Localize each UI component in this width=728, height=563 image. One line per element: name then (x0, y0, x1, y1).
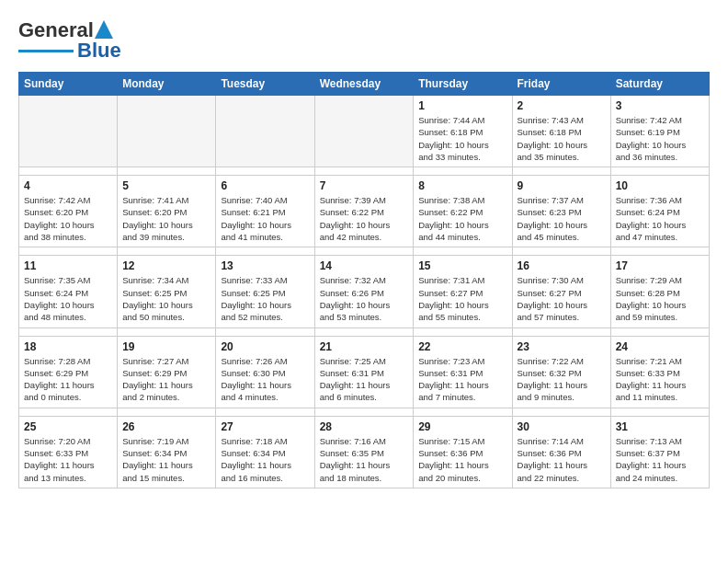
day-number: 8 (418, 179, 506, 192)
day-info: Sunrise: 7:40 AM Sunset: 6:21 PM Dayligh… (221, 194, 309, 243)
row-divider-cell (314, 408, 414, 416)
calendar-cell (19, 96, 118, 167)
row-divider-cell (19, 327, 118, 336)
calendar-cell: 12Sunrise: 7:34 AM Sunset: 6:25 PM Dayli… (118, 256, 216, 327)
day-number: 23 (518, 340, 606, 353)
day-info: Sunrise: 7:19 AM Sunset: 6:34 PM Dayligh… (122, 435, 210, 484)
day-number: 4 (24, 179, 112, 192)
day-info: Sunrise: 7:39 AM Sunset: 6:22 PM Dayligh… (320, 194, 409, 243)
day-number: 12 (122, 259, 210, 272)
day-number: 14 (320, 259, 409, 272)
calendar-cell: 10Sunrise: 7:36 AM Sunset: 6:24 PM Dayli… (610, 176, 709, 247)
calendar-cell: 17Sunrise: 7:29 AM Sunset: 6:28 PM Dayli… (610, 256, 709, 327)
day-info: Sunrise: 7:20 AM Sunset: 6:33 PM Dayligh… (24, 435, 112, 484)
calendar-cell: 22Sunrise: 7:23 AM Sunset: 6:31 PM Dayli… (414, 336, 512, 408)
day-number: 5 (122, 179, 210, 192)
calendar-cell (314, 96, 414, 167)
day-number: 6 (221, 179, 309, 192)
day-number: 21 (320, 340, 409, 353)
day-number: 11 (24, 259, 112, 272)
calendar-cell: 24Sunrise: 7:21 AM Sunset: 6:33 PM Dayli… (610, 336, 709, 408)
day-info: Sunrise: 7:14 AM Sunset: 6:36 PM Dayligh… (518, 435, 606, 484)
calendar-cell: 15Sunrise: 7:31 AM Sunset: 6:27 PM Dayli… (414, 256, 512, 327)
day-number: 15 (418, 259, 506, 272)
day-info: Sunrise: 7:26 AM Sunset: 6:30 PM Dayligh… (221, 355, 309, 404)
row-divider-cell (118, 327, 216, 336)
calendar-cell: 5Sunrise: 7:41 AM Sunset: 6:20 PM Daylig… (118, 176, 216, 247)
row-divider-cell (118, 247, 216, 256)
day-info: Sunrise: 7:16 AM Sunset: 6:35 PM Dayligh… (320, 435, 409, 484)
calendar-cell: 1Sunrise: 7:44 AM Sunset: 6:18 PM Daylig… (414, 96, 512, 167)
day-number: 17 (616, 259, 704, 272)
day-info: Sunrise: 7:18 AM Sunset: 6:34 PM Dayligh… (221, 435, 309, 484)
calendar-cell: 30Sunrise: 7:14 AM Sunset: 6:36 PM Dayli… (512, 416, 610, 488)
day-info: Sunrise: 7:32 AM Sunset: 6:26 PM Dayligh… (320, 274, 409, 323)
row-divider-cell (118, 167, 216, 176)
day-number: 30 (518, 420, 606, 433)
row-divider-cell (414, 247, 512, 256)
logo-blue: Blue (77, 39, 121, 63)
day-info: Sunrise: 7:25 AM Sunset: 6:31 PM Dayligh… (320, 355, 409, 404)
day-info: Sunrise: 7:44 AM Sunset: 6:18 PM Dayligh… (418, 114, 506, 163)
calendar-header-tuesday: Tuesday (216, 73, 314, 96)
day-info: Sunrise: 7:30 AM Sunset: 6:27 PM Dayligh… (518, 274, 606, 323)
calendar-header-thursday: Thursday (414, 73, 512, 96)
day-number: 28 (320, 420, 409, 433)
day-info: Sunrise: 7:42 AM Sunset: 6:20 PM Dayligh… (24, 194, 112, 243)
calendar-cell: 19Sunrise: 7:27 AM Sunset: 6:29 PM Dayli… (118, 336, 216, 408)
calendar-cell: 29Sunrise: 7:15 AM Sunset: 6:36 PM Dayli… (414, 416, 512, 488)
day-number: 31 (616, 420, 704, 433)
day-number: 1 (418, 99, 506, 112)
page: General Blue SundayMondayTuesdayWednesda… (0, 0, 728, 498)
calendar-cell (216, 96, 314, 167)
day-info: Sunrise: 7:15 AM Sunset: 6:36 PM Dayligh… (418, 435, 506, 484)
row-divider-cell (314, 247, 414, 256)
day-info: Sunrise: 7:22 AM Sunset: 6:32 PM Dayligh… (518, 355, 606, 404)
row-divider-cell (19, 167, 118, 176)
calendar-cell (118, 96, 216, 167)
calendar-cell: 6Sunrise: 7:40 AM Sunset: 6:21 PM Daylig… (216, 176, 314, 247)
row-divider-cell (314, 167, 414, 176)
calendar-cell: 2Sunrise: 7:43 AM Sunset: 6:18 PM Daylig… (512, 96, 610, 167)
row-divider-cell (216, 327, 314, 336)
day-info: Sunrise: 7:35 AM Sunset: 6:24 PM Dayligh… (24, 274, 112, 323)
row-divider-cell (512, 167, 610, 176)
day-info: Sunrise: 7:13 AM Sunset: 6:37 PM Dayligh… (616, 435, 704, 484)
calendar-cell: 3Sunrise: 7:42 AM Sunset: 6:19 PM Daylig… (610, 96, 709, 167)
row-divider-cell (19, 247, 118, 256)
day-info: Sunrise: 7:31 AM Sunset: 6:27 PM Dayligh… (418, 274, 506, 323)
row-divider-cell (414, 167, 512, 176)
calendar-header-saturday: Saturday (610, 73, 709, 96)
row-divider-cell (512, 247, 610, 256)
row-divider-cell (19, 408, 118, 416)
calendar-cell: 13Sunrise: 7:33 AM Sunset: 6:25 PM Dayli… (216, 256, 314, 327)
calendar-cell: 25Sunrise: 7:20 AM Sunset: 6:33 PM Dayli… (19, 416, 118, 488)
calendar-cell: 4Sunrise: 7:42 AM Sunset: 6:20 PM Daylig… (19, 176, 118, 247)
row-divider-cell (610, 247, 709, 256)
calendar-header-monday: Monday (118, 73, 216, 96)
row-divider-cell (414, 408, 512, 416)
calendar-week-row: 1Sunrise: 7:44 AM Sunset: 6:18 PM Daylig… (19, 96, 710, 167)
day-number: 13 (221, 259, 309, 272)
calendar-week-row: 25Sunrise: 7:20 AM Sunset: 6:33 PM Dayli… (19, 416, 710, 488)
day-number: 20 (221, 340, 309, 353)
day-number: 25 (24, 420, 112, 433)
day-number: 24 (616, 340, 704, 353)
calendar-cell: 7Sunrise: 7:39 AM Sunset: 6:22 PM Daylig… (314, 176, 414, 247)
svg-marker-0 (95, 20, 113, 39)
day-info: Sunrise: 7:21 AM Sunset: 6:33 PM Dayligh… (616, 355, 704, 404)
logo-icon (95, 20, 113, 40)
calendar-cell: 11Sunrise: 7:35 AM Sunset: 6:24 PM Dayli… (19, 256, 118, 327)
row-divider-cell (118, 408, 216, 416)
row-divider-cell (610, 167, 709, 176)
day-number: 18 (24, 340, 112, 353)
calendar-header-sunday: Sunday (19, 73, 118, 96)
calendar-cell: 23Sunrise: 7:22 AM Sunset: 6:32 PM Dayli… (512, 336, 610, 408)
calendar-header-friday: Friday (512, 73, 610, 96)
day-number: 19 (122, 340, 210, 353)
day-info: Sunrise: 7:43 AM Sunset: 6:18 PM Dayligh… (518, 114, 606, 163)
day-number: 27 (221, 420, 309, 433)
day-info: Sunrise: 7:27 AM Sunset: 6:29 PM Dayligh… (122, 355, 210, 404)
day-number: 16 (518, 259, 606, 272)
calendar-header-row: SundayMondayTuesdayWednesdayThursdayFrid… (19, 73, 710, 96)
